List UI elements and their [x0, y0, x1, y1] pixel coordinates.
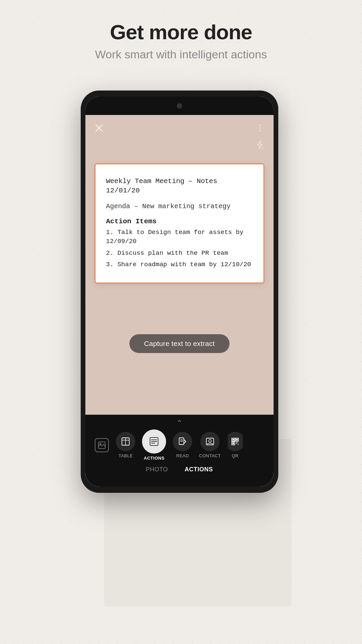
doc-item-3: 3. Share roadmap with team by 12/10/20: [106, 260, 253, 269]
camera-hole: [177, 103, 182, 109]
phone-shell: A Weekly Team Meeting – Notes 12/01/20 A…: [81, 91, 278, 493]
toolbar-icons: TABLE ACTIONS: [85, 429, 274, 461]
doc-date: 12/01/20: [106, 187, 253, 194]
svg-point-26: [100, 443, 101, 445]
tool-item-read[interactable]: READ: [173, 432, 192, 458]
actions-icon-bg: [142, 429, 166, 454]
svg-rect-19: [232, 439, 234, 441]
svg-rect-21: [232, 443, 234, 444]
gallery-icon[interactable]: [95, 438, 109, 452]
close-icon: [95, 124, 103, 132]
chevron-up-icon: ⌃: [176, 419, 183, 427]
phone-mockup: A Weekly Team Meeting – Notes 12/01/20 A…: [81, 91, 282, 620]
header-section: Get more done Work smart with intelligen…: [0, 20, 362, 61]
more-button[interactable]: [254, 122, 266, 134]
bottom-toolbar: ⌃ TABLE: [85, 415, 274, 487]
read-icon-bg: [173, 432, 192, 451]
tool-item-contact[interactable]: CONTACT: [199, 432, 221, 458]
contact-label: CONTACT: [199, 453, 221, 458]
gallery-thumbnail-icon: [98, 441, 106, 449]
actions-label: ACTIONS: [144, 456, 164, 461]
qr-icon: [231, 437, 239, 446]
top-controls: [85, 115, 274, 141]
close-button[interactable]: [93, 122, 105, 134]
tool-item-actions[interactable]: ACTIONS: [142, 429, 166, 461]
actions-icon: [149, 436, 159, 447]
doc-action-header: Action Items: [106, 218, 253, 225]
tool-item-qr[interactable]: QR: [228, 432, 243, 458]
phone-screen: A Weekly Team Meeting – Notes 12/01/20 A…: [85, 97, 274, 487]
camera-view: A Weekly Team Meeting – Notes 12/01/20 A…: [85, 115, 274, 427]
svg-point-15: [209, 440, 211, 442]
nav-photo-tab[interactable]: PHOTO: [146, 466, 168, 473]
more-dot: [259, 127, 261, 129]
flash-auto-icon: A: [255, 140, 265, 150]
table-label: TABLE: [119, 453, 133, 458]
doc-item-1: 1. Talk to Design team for assets by 12/…: [106, 228, 253, 246]
document-card: Weekly Team Meeting – Notes 12/01/20 Age…: [95, 164, 264, 283]
bottom-nav: PHOTO ACTIONS: [146, 466, 213, 473]
svg-text:A: A: [262, 147, 264, 150]
contact-icon-bg: [200, 432, 220, 451]
main-title: Get more done: [0, 20, 362, 44]
qr-label: QR: [232, 453, 239, 458]
contact-icon: [205, 437, 215, 446]
capture-button[interactable]: Capture text to extract: [129, 334, 229, 353]
doc-item-2: 2. Discuss plan with the PR team: [106, 249, 253, 258]
more-dot: [259, 125, 261, 126]
read-icon: [178, 437, 187, 446]
doc-agenda: Agenda – New marketing strategy: [106, 202, 253, 210]
doc-title: Weekly Team Meeting – Notes: [106, 176, 253, 186]
tool-item-table[interactable]: TABLE: [116, 432, 135, 458]
table-icon-bg: [116, 432, 135, 451]
sub-title: Work smart with intelligent actions: [0, 48, 362, 61]
qr-icon-bg: [228, 432, 243, 451]
table-icon: [121, 437, 130, 446]
more-dot: [259, 130, 261, 131]
phone-top-bar: [85, 97, 274, 115]
read-label: READ: [176, 453, 189, 458]
nav-actions-tab[interactable]: ACTIONS: [185, 466, 213, 473]
svg-rect-20: [236, 439, 238, 441]
